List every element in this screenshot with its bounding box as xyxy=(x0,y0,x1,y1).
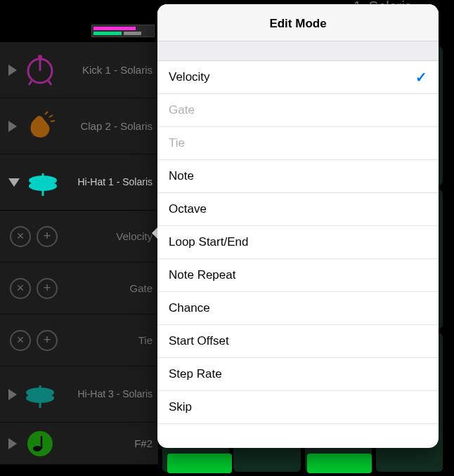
track-row[interactable]: Kick 1 - Solaris xyxy=(0,42,158,98)
timeline-region xyxy=(93,32,122,35)
edit-mode-option-loop[interactable]: Loop Start/End xyxy=(157,226,439,259)
add-button[interactable]: + xyxy=(37,330,58,351)
disclosure-play-icon[interactable] xyxy=(8,389,17,400)
timeline-region xyxy=(124,32,141,35)
option-label: Chance xyxy=(169,301,210,315)
track-row[interactable]: Hi-Hat 1 - Solaris xyxy=(0,154,158,211)
track-label: Hi-Hat 1 - Solaris xyxy=(66,176,153,188)
option-label: Loop Start/End xyxy=(169,235,248,249)
step-cell[interactable] xyxy=(167,454,232,473)
popover-list: Velocity ✓ Gate Tie Note Octave Loop Sta… xyxy=(157,61,439,448)
subrow-label: Gate xyxy=(63,282,153,294)
disclosure-play-icon[interactable] xyxy=(8,121,17,132)
disclosure-expanded-icon[interactable] xyxy=(8,178,20,187)
edit-mode-option-start-offset[interactable]: Start Offset xyxy=(157,325,439,358)
edit-mode-option-octave[interactable]: Octave xyxy=(157,193,439,226)
remove-button[interactable]: × xyxy=(10,278,31,299)
option-label: Tie xyxy=(169,136,185,150)
edit-mode-option-step-rate[interactable]: Step Rate xyxy=(157,358,439,391)
track-label: Clap 2 - Solaris xyxy=(63,120,153,133)
note-icon xyxy=(24,428,56,460)
svg-point-15 xyxy=(33,446,41,451)
disclosure-play-icon[interactable] xyxy=(8,65,17,76)
option-label: Start Offset xyxy=(169,334,229,348)
edit-mode-popover: Edit Mode Velocity ✓ Gate Tie Note Octav… xyxy=(157,4,439,448)
edit-mode-option-gate[interactable]: Gate xyxy=(157,94,439,127)
popover-title: Edit Mode xyxy=(157,4,439,41)
option-label: Gate xyxy=(169,103,195,117)
option-label: Note xyxy=(169,169,194,183)
remove-button[interactable]: × xyxy=(10,330,31,351)
track-row[interactable]: Hi-Hat 3 - Solaris xyxy=(0,366,158,423)
edit-mode-option-velocity[interactable]: Velocity ✓ xyxy=(157,61,439,94)
edit-mode-option-tie[interactable]: Tie xyxy=(157,127,439,160)
edit-mode-option-chance[interactable]: Chance xyxy=(157,292,439,325)
edit-mode-option-note-repeat[interactable]: Note Repeat xyxy=(157,259,439,292)
checkmark-icon: ✓ xyxy=(415,69,427,86)
svg-line-6 xyxy=(49,115,53,117)
track-label: Kick 1 - Solaris xyxy=(63,64,153,77)
svg-point-2 xyxy=(38,55,42,59)
track-label: F#2 xyxy=(63,437,153,450)
step-cells-row xyxy=(167,454,441,473)
track-label: Hi-Hat 3 - Solaris xyxy=(63,388,153,400)
clap-icon xyxy=(24,110,56,143)
option-label: Step Rate xyxy=(169,367,222,381)
svg-line-4 xyxy=(48,81,51,85)
svg-line-3 xyxy=(29,81,32,85)
add-button[interactable]: + xyxy=(37,226,58,247)
option-label: Note Repeat xyxy=(169,268,235,282)
svg-line-7 xyxy=(51,121,55,121)
subrow-label: Velocity xyxy=(63,230,153,242)
subrow[interactable]: × + Velocity xyxy=(0,211,158,263)
subrow[interactable]: × + Gate xyxy=(0,263,158,315)
svg-line-5 xyxy=(45,112,48,114)
add-button[interactable]: + xyxy=(37,278,58,299)
hihat-icon xyxy=(24,378,56,411)
subrow[interactable]: × + Tie xyxy=(0,315,158,366)
svg-point-14 xyxy=(27,431,53,456)
timeline-region xyxy=(93,27,136,30)
step-cell[interactable] xyxy=(307,454,372,473)
hihat-icon xyxy=(27,166,59,199)
edit-mode-option-skip[interactable]: Skip xyxy=(157,391,439,424)
option-label: Skip xyxy=(169,400,192,414)
track-row[interactable]: F#2 xyxy=(0,423,158,465)
popover-section-header xyxy=(157,41,439,61)
track-list: Kick 1 - Solaris Clap 2 - Solaris Hi-Hat… xyxy=(0,42,158,465)
kick-icon xyxy=(24,54,56,86)
option-label: Octave xyxy=(169,202,207,216)
option-label: Velocity xyxy=(169,70,210,84)
remove-button[interactable]: × xyxy=(10,226,31,247)
subrow-label: Tie xyxy=(63,334,153,346)
disclosure-play-icon[interactable] xyxy=(8,438,17,449)
edit-mode-option-note[interactable]: Note xyxy=(157,160,439,193)
timeline-overview[interactable] xyxy=(91,25,155,37)
track-row[interactable]: Clap 2 - Solaris xyxy=(0,98,158,154)
